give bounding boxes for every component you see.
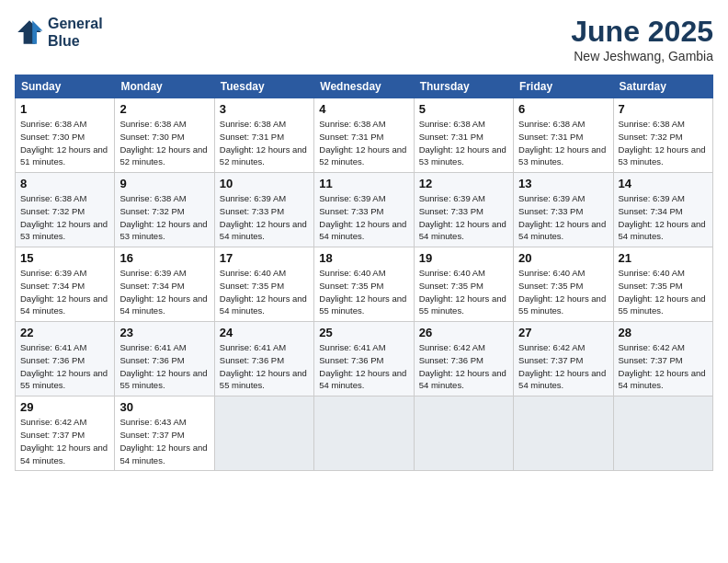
calendar-cell	[314, 396, 414, 471]
day-info: Sunrise: 6:43 AM Sunset: 7:37 PM Dayligh…	[119, 416, 209, 466]
calendar-week-1: 1 Sunrise: 6:38 AM Sunset: 7:30 PM Dayli…	[16, 98, 713, 173]
day-info: Sunrise: 6:39 AM Sunset: 7:33 PM Dayligh…	[518, 192, 608, 243]
day-info: Sunrise: 6:38 AM Sunset: 7:32 PM Dayligh…	[20, 192, 109, 243]
location-subtitle: New Jeshwang, Gambia	[571, 49, 713, 63]
calendar-week-5: 29 Sunrise: 6:42 AM Sunset: 7:37 PM Dayl…	[16, 396, 713, 471]
calendar-cell: 22 Sunrise: 6:41 AM Sunset: 7:36 PM Dayl…	[16, 322, 115, 396]
calendar-cell: 27 Sunrise: 6:42 AM Sunset: 7:37 PM Dayl…	[514, 322, 613, 396]
day-number: 11	[319, 177, 408, 190]
calendar-cell: 15 Sunrise: 6:39 AM Sunset: 7:34 PM Dayl…	[16, 247, 115, 322]
day-number: 26	[419, 326, 508, 339]
day-number: 5	[419, 102, 508, 116]
calendar-cell: 17 Sunrise: 6:40 AM Sunset: 7:35 PM Dayl…	[214, 247, 313, 322]
day-number: 13	[518, 177, 608, 190]
day-info: Sunrise: 6:42 AM Sunset: 7:36 PM Dayligh…	[419, 341, 508, 392]
day-info: Sunrise: 6:39 AM Sunset: 7:34 PM Dayligh…	[20, 267, 109, 317]
col-header-tuesday: Tuesday	[214, 75, 313, 98]
day-info: Sunrise: 6:42 AM Sunset: 7:37 PM Dayligh…	[619, 341, 708, 392]
day-info: Sunrise: 6:38 AM Sunset: 7:32 PM Dayligh…	[619, 118, 708, 168]
calendar-cell: 19 Sunrise: 6:40 AM Sunset: 7:35 PM Dayl…	[414, 247, 513, 322]
col-header-friday: Friday	[514, 75, 613, 98]
calendar-cell: 8 Sunrise: 6:38 AM Sunset: 7:32 PM Dayli…	[16, 173, 115, 247]
title-area: June 2025 New Jeshwang, Gambia	[571, 15, 713, 63]
calendar-cell: 23 Sunrise: 6:41 AM Sunset: 7:36 PM Dayl…	[115, 322, 214, 396]
calendar-cell: 7 Sunrise: 6:38 AM Sunset: 7:32 PM Dayli…	[613, 98, 712, 173]
day-info: Sunrise: 6:40 AM Sunset: 7:35 PM Dayligh…	[319, 267, 408, 317]
day-number: 6	[518, 102, 608, 116]
day-info: Sunrise: 6:39 AM Sunset: 7:34 PM Dayligh…	[619, 192, 708, 243]
calendar-cell: 21 Sunrise: 6:40 AM Sunset: 7:35 PM Dayl…	[613, 247, 712, 322]
calendar-cell: 29 Sunrise: 6:42 AM Sunset: 7:37 PM Dayl…	[16, 396, 115, 471]
calendar-cell: 28 Sunrise: 6:42 AM Sunset: 7:37 PM Dayl…	[613, 322, 712, 396]
day-number: 27	[518, 326, 608, 339]
day-info: Sunrise: 6:41 AM Sunset: 7:36 PM Dayligh…	[20, 341, 109, 392]
day-info: Sunrise: 6:41 AM Sunset: 7:36 PM Dayligh…	[319, 341, 408, 392]
calendar-cell: 13 Sunrise: 6:39 AM Sunset: 7:33 PM Dayl…	[514, 173, 613, 247]
calendar-cell: 30 Sunrise: 6:43 AM Sunset: 7:37 PM Dayl…	[115, 396, 214, 471]
calendar-cell	[414, 396, 513, 471]
calendar-cell: 14 Sunrise: 6:39 AM Sunset: 7:34 PM Dayl…	[613, 173, 712, 247]
day-number: 12	[419, 177, 508, 190]
day-info: Sunrise: 6:38 AM Sunset: 7:31 PM Dayligh…	[220, 118, 309, 168]
col-header-saturday: Saturday	[613, 75, 712, 98]
logo: General Blue	[15, 15, 103, 50]
day-number: 23	[119, 326, 209, 339]
day-info: Sunrise: 6:40 AM Sunset: 7:35 PM Dayligh…	[220, 267, 309, 317]
day-info: Sunrise: 6:39 AM Sunset: 7:34 PM Dayligh…	[119, 267, 209, 317]
day-number: 17	[220, 251, 309, 265]
day-number: 16	[119, 251, 209, 265]
calendar-cell: 25 Sunrise: 6:41 AM Sunset: 7:36 PM Dayl…	[314, 322, 414, 396]
col-header-wednesday: Wednesday	[314, 75, 414, 98]
logo-icon	[15, 17, 44, 47]
day-info: Sunrise: 6:38 AM Sunset: 7:30 PM Dayligh…	[119, 118, 209, 168]
day-number: 28	[619, 326, 708, 339]
svg-marker-0	[17, 20, 41, 44]
day-info: Sunrise: 6:40 AM Sunset: 7:35 PM Dayligh…	[619, 267, 708, 317]
col-header-sunday: Sunday	[16, 75, 115, 98]
calendar-cell: 9 Sunrise: 6:38 AM Sunset: 7:32 PM Dayli…	[115, 173, 214, 247]
calendar-cell	[214, 396, 313, 471]
day-number: 7	[619, 102, 708, 116]
calendar-cell: 20 Sunrise: 6:40 AM Sunset: 7:35 PM Dayl…	[514, 247, 613, 322]
calendar-cell: 5 Sunrise: 6:38 AM Sunset: 7:31 PM Dayli…	[414, 98, 513, 173]
calendar-cell: 24 Sunrise: 6:41 AM Sunset: 7:36 PM Dayl…	[214, 322, 313, 396]
calendar-cell: 11 Sunrise: 6:39 AM Sunset: 7:33 PM Dayl…	[314, 173, 414, 247]
calendar-cell: 16 Sunrise: 6:39 AM Sunset: 7:34 PM Dayl…	[115, 247, 214, 322]
calendar-cell: 1 Sunrise: 6:38 AM Sunset: 7:30 PM Dayli…	[16, 98, 115, 173]
col-header-monday: Monday	[115, 75, 214, 98]
calendar-table: SundayMondayTuesdayWednesdayThursdayFrid…	[15, 75, 713, 471]
day-info: Sunrise: 6:38 AM Sunset: 7:31 PM Dayligh…	[518, 118, 608, 168]
calendar-cell	[514, 396, 613, 471]
day-info: Sunrise: 6:41 AM Sunset: 7:36 PM Dayligh…	[220, 341, 309, 392]
day-number: 4	[319, 102, 408, 116]
day-info: Sunrise: 6:41 AM Sunset: 7:36 PM Dayligh…	[119, 341, 209, 392]
day-number: 18	[319, 251, 408, 265]
day-info: Sunrise: 6:40 AM Sunset: 7:35 PM Dayligh…	[419, 267, 508, 317]
day-number: 19	[419, 251, 508, 265]
day-info: Sunrise: 6:39 AM Sunset: 7:33 PM Dayligh…	[220, 192, 309, 243]
calendar-week-4: 22 Sunrise: 6:41 AM Sunset: 7:36 PM Dayl…	[16, 322, 713, 396]
calendar-cell: 2 Sunrise: 6:38 AM Sunset: 7:30 PM Dayli…	[115, 98, 214, 173]
calendar-week-3: 15 Sunrise: 6:39 AM Sunset: 7:34 PM Dayl…	[16, 247, 713, 322]
day-info: Sunrise: 6:39 AM Sunset: 7:33 PM Dayligh…	[419, 192, 508, 243]
day-number: 10	[220, 177, 309, 190]
calendar-cell: 10 Sunrise: 6:39 AM Sunset: 7:33 PM Dayl…	[214, 173, 313, 247]
day-info: Sunrise: 6:40 AM Sunset: 7:35 PM Dayligh…	[518, 267, 608, 317]
calendar-header-row: SundayMondayTuesdayWednesdayThursdayFrid…	[16, 75, 713, 98]
day-info: Sunrise: 6:38 AM Sunset: 7:31 PM Dayligh…	[319, 118, 408, 168]
day-info: Sunrise: 6:39 AM Sunset: 7:33 PM Dayligh…	[319, 192, 408, 243]
day-info: Sunrise: 6:38 AM Sunset: 7:30 PM Dayligh…	[20, 118, 109, 168]
day-number: 20	[518, 251, 608, 265]
day-info: Sunrise: 6:42 AM Sunset: 7:37 PM Dayligh…	[20, 416, 109, 466]
day-number: 21	[619, 251, 708, 265]
day-number: 2	[119, 102, 209, 116]
calendar-cell: 4 Sunrise: 6:38 AM Sunset: 7:31 PM Dayli…	[314, 98, 414, 173]
day-number: 15	[20, 251, 109, 265]
calendar-cell: 3 Sunrise: 6:38 AM Sunset: 7:31 PM Dayli…	[214, 98, 313, 173]
calendar-cell	[613, 396, 712, 471]
calendar-cell: 26 Sunrise: 6:42 AM Sunset: 7:36 PM Dayl…	[414, 322, 513, 396]
calendar-cell: 6 Sunrise: 6:38 AM Sunset: 7:31 PM Dayli…	[514, 98, 613, 173]
day-info: Sunrise: 6:42 AM Sunset: 7:37 PM Dayligh…	[518, 341, 608, 392]
page-header: General Blue June 2025 New Jeshwang, Gam…	[15, 15, 713, 63]
day-number: 25	[319, 326, 408, 339]
